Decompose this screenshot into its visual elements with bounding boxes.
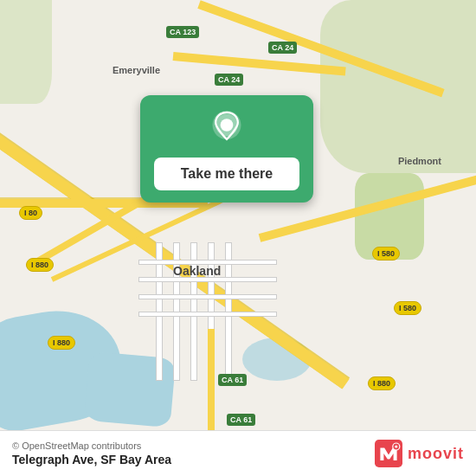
green-park2 <box>320 0 476 173</box>
badge-i880-1: I 880 <box>26 258 54 272</box>
location-pin-icon <box>208 111 246 149</box>
badge-i580-1: I 580 <box>372 247 400 261</box>
oakland-label: Oakland <box>173 264 221 278</box>
badge-ca24-1: CA 24 <box>268 42 297 54</box>
badge-ca123: CA 123 <box>166 26 199 38</box>
bottom-bar: © OpenStreetMap contributors Telegraph A… <box>0 430 476 476</box>
badge-i580-2: I 580 <box>394 301 421 315</box>
moovit-icon <box>375 440 402 467</box>
map-container: Emeryville Oakland Piedmont I 80 I 880 I… <box>0 0 476 476</box>
badge-ca61-2: CA 61 <box>227 414 255 426</box>
badge-i880-3: I 880 <box>368 376 396 390</box>
copyright-text: © OpenStreetMap contributors <box>12 441 171 451</box>
location-title: Telegraph Ave, SF Bay Area <box>12 453 171 466</box>
road-h3 <box>138 294 277 299</box>
badge-ca24-2: CA 24 <box>215 74 243 86</box>
bottom-left-section: © OpenStreetMap contributors Telegraph A… <box>12 441 171 466</box>
badge-ca61-1: CA 61 <box>218 374 247 386</box>
popup-card: Take me there <box>140 95 313 203</box>
piedmont-label: Piedmont <box>398 156 441 166</box>
green-park3 <box>0 0 52 104</box>
svg-point-2 <box>221 119 234 132</box>
road-h4 <box>138 312 277 317</box>
emeryville-label: Emeryville <box>113 65 160 75</box>
badge-i880-2: I 880 <box>48 336 75 350</box>
moovit-brand-text: moovit <box>408 445 464 463</box>
badge-i80: I 80 <box>19 206 42 220</box>
take-me-there-button[interactable]: Take me there <box>154 158 299 190</box>
moovit-logo: moovit <box>375 440 464 467</box>
svg-point-5 <box>395 445 397 447</box>
